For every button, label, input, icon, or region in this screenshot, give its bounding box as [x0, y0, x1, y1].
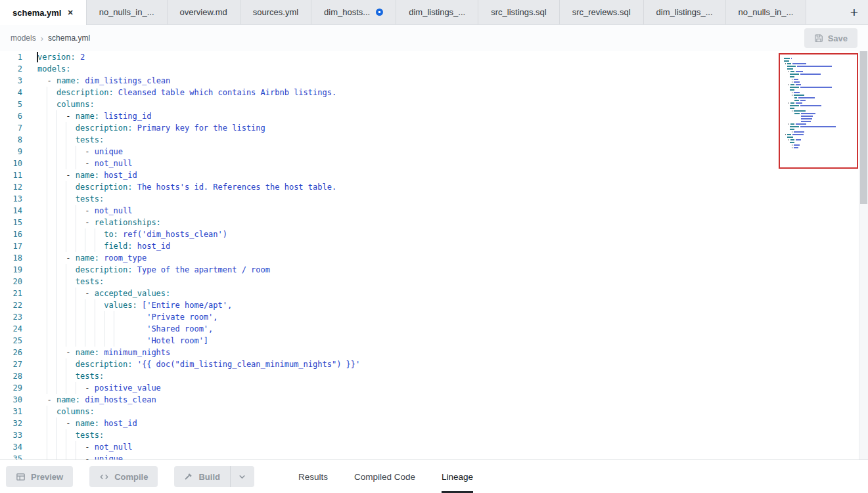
editor-tab-dim-hosts[interactable]: dim_hosts... — [311, 0, 396, 24]
code-line[interactable]: 24 'Shared room', — [0, 323, 858, 335]
code-line[interactable]: 12 description: The hosts's id. Referenc… — [0, 181, 858, 193]
indent-guide — [47, 228, 47, 240]
close-tab-icon[interactable]: ✕ — [67, 9, 73, 16]
editor-tab-overview-md[interactable]: overview.md — [168, 0, 240, 24]
line-number: 18 — [0, 252, 22, 264]
panel-tab-compiled-code[interactable]: Compiled Code — [354, 460, 415, 493]
code-line-text: - unique — [22, 453, 858, 460]
editor-scrollbar[interactable] — [859, 51, 868, 460]
code-line-text: - accepted_values: — [22, 288, 858, 299]
line-number: 11 — [0, 169, 22, 181]
code-line[interactable]: 11 - name: host_id — [0, 169, 858, 181]
indent-guide — [66, 134, 66, 146]
line-number: 21 — [0, 288, 22, 299]
indent-guide — [47, 146, 47, 158]
line-number: 23 — [0, 311, 22, 323]
indent-guide — [85, 335, 85, 347]
indent-guide — [76, 382, 76, 394]
code-line[interactable]: 32 - name: host_id — [0, 418, 858, 429]
code-line[interactable]: 19 description: Type of the apartment / … — [0, 264, 858, 276]
line-number: 25 — [0, 335, 22, 347]
code-editor[interactable]: 1version: 22models:3 - name: dim_listing… — [0, 51, 868, 460]
minimap-line — [784, 123, 853, 125]
code-line[interactable]: 4 description: Cleansed table which cont… — [0, 87, 858, 98]
code-line[interactable]: 13 tests: — [0, 193, 858, 205]
code-line[interactable]: 33 tests: — [0, 429, 858, 441]
indent-guide — [57, 347, 57, 358]
editor-tab-dim-listings[interactable]: dim_listings_... — [644, 0, 726, 24]
build-options-button[interactable] — [230, 466, 254, 487]
breadcrumb-item-models[interactable]: models — [11, 33, 36, 43]
save-button[interactable]: Save — [804, 28, 857, 48]
code-line[interactable]: 29 - positive_value — [0, 382, 858, 394]
editor-tab-dim-listings[interactable]: dim_listings_... — [396, 0, 478, 24]
code-line[interactable]: 25 'Hotel room'] — [0, 335, 858, 347]
code-line[interactable]: 6 - name: listing_id — [0, 110, 858, 122]
editor-tab-sources-yml[interactable]: sources.yml — [240, 0, 311, 24]
code-line[interactable]: 18 - name: room_type — [0, 252, 858, 264]
panel-tab-lineage[interactable]: Lineage — [442, 460, 473, 493]
breadcrumb-item-current-file[interactable]: schema.yml — [48, 33, 90, 43]
code-line[interactable]: 26 - name: minimum_nights — [0, 347, 858, 358]
editor-tab-schema-yml[interactable]: schema.yml✕ — [0, 0, 87, 25]
indent-guide — [76, 240, 76, 252]
minimap-line — [784, 71, 853, 72]
indent-guide — [66, 382, 66, 394]
code-line[interactable]: 8 tests: — [0, 134, 858, 146]
code-line[interactable]: 7 description: Primary key for the listi… — [0, 122, 858, 134]
code-line-text: description: Cleansed table which contai… — [22, 87, 858, 98]
code-line[interactable]: 2models: — [0, 63, 858, 75]
editor-tab-src-listings-sql[interactable]: src_listings.sql — [478, 0, 560, 24]
code-line[interactable]: 34 - not_null — [0, 441, 858, 453]
code-line[interactable]: 21 - accepted_values: — [0, 288, 858, 299]
code-line[interactable]: 3 - name: dim_listings_clean — [0, 75, 858, 87]
code-line[interactable]: 16 to: ref('dim_hosts_clean') — [0, 228, 858, 240]
code-line-text: version: 2 — [22, 51, 858, 63]
code-line[interactable]: 31 columns: — [0, 406, 858, 418]
indent-guide — [57, 252, 57, 264]
indent-guide — [76, 323, 76, 335]
indent-guide — [76, 299, 76, 311]
preview-button[interactable]: Preview — [6, 466, 73, 487]
indent-guide — [66, 441, 66, 453]
code-line[interactable]: 1version: 2 — [0, 51, 858, 63]
code-line[interactable]: 35 - unique — [0, 453, 858, 460]
minimap-line — [784, 116, 853, 117]
minimap-line — [784, 139, 853, 140]
indent-guide — [47, 288, 47, 299]
minimap-line — [784, 105, 853, 106]
indent-guide — [47, 347, 47, 358]
indent-guide — [47, 418, 47, 429]
line-number: 13 — [0, 193, 22, 205]
line-number: 34 — [0, 441, 22, 453]
code-line[interactable]: 22 values: ['Entire home/apt', — [0, 299, 858, 311]
indent-guide — [47, 98, 47, 110]
code-line[interactable]: 10 - not_null — [0, 158, 858, 169]
panel-tab-results[interactable]: Results — [298, 460, 328, 493]
build-button[interactable]: Build — [174, 466, 230, 487]
code-line[interactable]: 14 - not_null — [0, 205, 858, 217]
line-number: 5 — [0, 98, 22, 110]
code-line[interactable]: 28 tests: — [0, 370, 858, 382]
minimap[interactable] — [779, 53, 858, 169]
code-line[interactable]: 23 'Private room', — [0, 311, 858, 323]
code-line[interactable]: 20 tests: — [0, 276, 858, 288]
code-line[interactable]: 5 columns: — [0, 98, 858, 110]
editor-tab-src-reviews-sql[interactable]: src_reviews.sql — [560, 0, 644, 24]
indent-guide — [57, 288, 57, 299]
new-tab-button[interactable]: + — [840, 0, 868, 24]
minimap-line — [784, 60, 853, 62]
code-line[interactable]: 27 description: '{{ doc("dim_listing_cle… — [0, 358, 858, 370]
editor-tab-no-nulls-in[interactable]: no_nulls_in_... — [87, 0, 168, 24]
code-line-text: tests: — [22, 134, 858, 146]
editor-tab-no-nulls-in[interactable]: no_nulls_in_... — [726, 0, 807, 24]
indent-guide — [57, 146, 57, 158]
editor-scrollbar-thumb[interactable] — [860, 51, 867, 204]
code-line[interactable]: 17 field: host_id — [0, 240, 858, 252]
code-line[interactable]: 15 - relationships: — [0, 217, 858, 228]
compile-button[interactable]: Compile — [89, 466, 158, 487]
indent-guide — [47, 276, 47, 288]
code-line[interactable]: 9 - unique — [0, 146, 858, 158]
code-line[interactable]: 30 - name: dim_hosts_clean — [0, 394, 858, 406]
code-line-text: field: host_id — [22, 240, 858, 252]
